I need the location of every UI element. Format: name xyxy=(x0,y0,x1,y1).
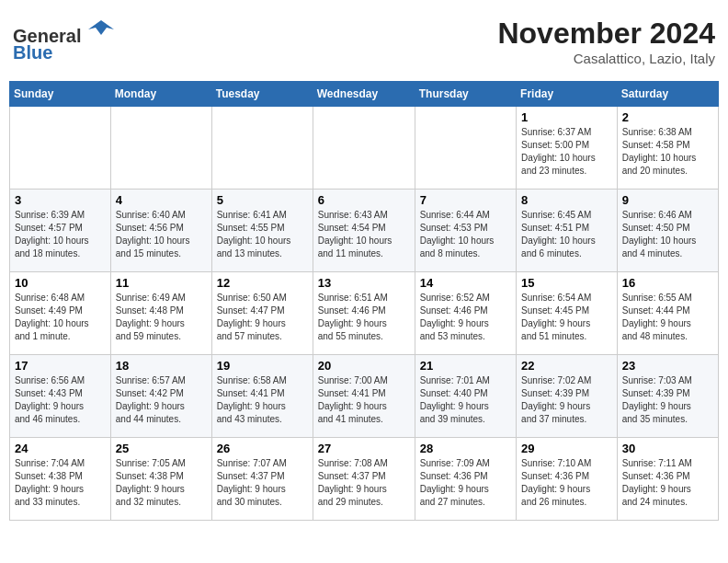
calendar-cell: 17Sunrise: 6:56 AM Sunset: 4:43 PM Dayli… xyxy=(10,355,111,438)
calendar-cell: 10Sunrise: 6:48 AM Sunset: 4:49 PM Dayli… xyxy=(10,272,111,355)
day-info: Sunrise: 7:04 AM Sunset: 4:38 PM Dayligh… xyxy=(15,457,106,509)
logo: General Blue xyxy=(13,17,114,63)
calendar-cell: 2Sunrise: 6:38 AM Sunset: 4:58 PM Daylig… xyxy=(617,107,718,190)
day-info: Sunrise: 6:39 AM Sunset: 4:57 PM Dayligh… xyxy=(15,209,106,260)
day-number: 29 xyxy=(521,442,612,455)
calendar-cell: 25Sunrise: 7:05 AM Sunset: 4:38 PM Dayli… xyxy=(110,438,211,521)
day-info: Sunrise: 7:02 AM Sunset: 4:39 PM Dayligh… xyxy=(521,374,612,426)
day-info: Sunrise: 6:38 AM Sunset: 4:58 PM Dayligh… xyxy=(622,126,713,178)
day-number: 28 xyxy=(420,442,511,455)
month-title: November 2024 xyxy=(497,17,715,51)
weekday-header-wednesday: Wednesday xyxy=(313,82,415,107)
calendar-cell: 8Sunrise: 6:45 AM Sunset: 4:51 PM Daylig… xyxy=(517,190,618,272)
location: Casalattico, Lazio, Italy xyxy=(497,51,715,66)
calendar-cell: 23Sunrise: 7:03 AM Sunset: 4:39 PM Dayli… xyxy=(617,355,718,438)
day-info: Sunrise: 6:41 AM Sunset: 4:55 PM Dayligh… xyxy=(217,209,308,260)
day-number: 4 xyxy=(116,193,207,207)
calendar-cell: 4Sunrise: 6:40 AM Sunset: 4:56 PM Daylig… xyxy=(110,190,211,272)
day-number: 5 xyxy=(217,193,308,207)
day-info: Sunrise: 6:45 AM Sunset: 4:51 PM Dayligh… xyxy=(521,209,612,260)
week-row-2: 3Sunrise: 6:39 AM Sunset: 4:57 PM Daylig… xyxy=(10,190,719,272)
weekday-header-thursday: Thursday xyxy=(415,82,516,107)
day-number: 11 xyxy=(116,276,207,290)
day-info: Sunrise: 7:08 AM Sunset: 4:37 PM Dayligh… xyxy=(318,457,410,509)
day-number: 20 xyxy=(318,359,410,373)
day-number: 12 xyxy=(217,276,308,290)
day-number: 30 xyxy=(622,442,713,455)
day-number: 15 xyxy=(521,276,612,290)
day-number: 27 xyxy=(318,442,410,455)
calendar-table: SundayMondayTuesdayWednesdayThursdayFrid… xyxy=(9,81,719,521)
weekday-header-monday: Monday xyxy=(110,82,211,107)
day-info: Sunrise: 7:05 AM Sunset: 4:38 PM Dayligh… xyxy=(116,457,207,509)
page-header: General Blue November 2024 Casalattico, … xyxy=(9,9,719,74)
svg-marker-0 xyxy=(88,20,114,35)
day-info: Sunrise: 6:58 AM Sunset: 4:41 PM Dayligh… xyxy=(217,374,308,426)
day-info: Sunrise: 7:00 AM Sunset: 4:41 PM Dayligh… xyxy=(318,374,410,426)
day-number: 25 xyxy=(116,442,207,455)
day-number: 1 xyxy=(521,110,612,124)
calendar-cell: 21Sunrise: 7:01 AM Sunset: 4:40 PM Dayli… xyxy=(415,355,516,438)
day-info: Sunrise: 6:54 AM Sunset: 4:45 PM Dayligh… xyxy=(521,292,612,343)
calendar-cell: 24Sunrise: 7:04 AM Sunset: 4:38 PM Dayli… xyxy=(10,438,111,521)
day-number: 22 xyxy=(521,359,612,373)
day-number: 18 xyxy=(116,359,207,373)
day-info: Sunrise: 6:50 AM Sunset: 4:47 PM Dayligh… xyxy=(217,292,308,343)
day-number: 3 xyxy=(15,193,106,207)
calendar-cell xyxy=(110,107,211,190)
calendar-cell: 12Sunrise: 6:50 AM Sunset: 4:47 PM Dayli… xyxy=(211,272,313,355)
day-number: 19 xyxy=(217,359,308,373)
day-info: Sunrise: 7:10 AM Sunset: 4:36 PM Dayligh… xyxy=(521,457,612,509)
day-info: Sunrise: 6:52 AM Sunset: 4:46 PM Dayligh… xyxy=(420,292,511,343)
title-block: November 2024 Casalattico, Lazio, Italy xyxy=(497,17,715,66)
week-row-4: 17Sunrise: 6:56 AM Sunset: 4:43 PM Dayli… xyxy=(10,355,719,438)
day-info: Sunrise: 7:11 AM Sunset: 4:36 PM Dayligh… xyxy=(622,457,713,509)
day-info: Sunrise: 6:51 AM Sunset: 4:46 PM Dayligh… xyxy=(318,292,410,343)
calendar-cell: 3Sunrise: 6:39 AM Sunset: 4:57 PM Daylig… xyxy=(10,190,111,272)
day-number: 16 xyxy=(622,276,713,290)
weekday-header-sunday: Sunday xyxy=(10,82,111,107)
weekday-header-friday: Friday xyxy=(517,82,618,107)
day-number: 21 xyxy=(420,359,511,373)
calendar-cell xyxy=(10,107,111,190)
weekday-header-saturday: Saturday xyxy=(617,82,718,107)
calendar-cell: 26Sunrise: 7:07 AM Sunset: 4:37 PM Dayli… xyxy=(211,438,313,521)
day-info: Sunrise: 6:44 AM Sunset: 4:53 PM Dayligh… xyxy=(420,209,511,260)
calendar-cell: 28Sunrise: 7:09 AM Sunset: 4:36 PM Dayli… xyxy=(415,438,516,521)
day-number: 8 xyxy=(521,193,612,207)
day-number: 14 xyxy=(420,276,511,290)
week-row-3: 10Sunrise: 6:48 AM Sunset: 4:49 PM Dayli… xyxy=(10,272,719,355)
calendar-cell: 20Sunrise: 7:00 AM Sunset: 4:41 PM Dayli… xyxy=(313,355,415,438)
week-row-1: 1Sunrise: 6:37 AM Sunset: 5:00 PM Daylig… xyxy=(10,107,719,190)
calendar-cell: 19Sunrise: 6:58 AM Sunset: 4:41 PM Dayli… xyxy=(211,355,313,438)
day-info: Sunrise: 6:48 AM Sunset: 4:49 PM Dayligh… xyxy=(15,292,106,343)
calendar-cell: 7Sunrise: 6:44 AM Sunset: 4:53 PM Daylig… xyxy=(415,190,516,272)
calendar-cell: 6Sunrise: 6:43 AM Sunset: 4:54 PM Daylig… xyxy=(313,190,415,272)
calendar-cell: 16Sunrise: 6:55 AM Sunset: 4:44 PM Dayli… xyxy=(617,272,718,355)
day-number: 2 xyxy=(622,110,713,124)
day-info: Sunrise: 7:03 AM Sunset: 4:39 PM Dayligh… xyxy=(622,374,713,426)
day-info: Sunrise: 6:46 AM Sunset: 4:50 PM Dayligh… xyxy=(622,209,713,260)
calendar-cell: 29Sunrise: 7:10 AM Sunset: 4:36 PM Dayli… xyxy=(517,438,618,521)
calendar-cell: 1Sunrise: 6:37 AM Sunset: 5:00 PM Daylig… xyxy=(517,107,618,190)
week-row-5: 24Sunrise: 7:04 AM Sunset: 4:38 PM Dayli… xyxy=(10,438,719,521)
day-number: 17 xyxy=(15,359,106,373)
logo-bird-icon xyxy=(88,17,114,42)
day-number: 10 xyxy=(15,276,106,290)
day-info: Sunrise: 7:01 AM Sunset: 4:40 PM Dayligh… xyxy=(420,374,511,426)
weekday-header-tuesday: Tuesday xyxy=(211,82,313,107)
calendar-cell: 5Sunrise: 6:41 AM Sunset: 4:55 PM Daylig… xyxy=(211,190,313,272)
calendar-cell: 9Sunrise: 6:46 AM Sunset: 4:50 PM Daylig… xyxy=(617,190,718,272)
calendar-cell: 30Sunrise: 7:11 AM Sunset: 4:36 PM Dayli… xyxy=(617,438,718,521)
day-number: 24 xyxy=(15,442,106,455)
day-number: 23 xyxy=(622,359,713,373)
calendar-cell: 27Sunrise: 7:08 AM Sunset: 4:37 PM Dayli… xyxy=(313,438,415,521)
calendar-cell: 18Sunrise: 6:57 AM Sunset: 4:42 PM Dayli… xyxy=(110,355,211,438)
day-number: 13 xyxy=(318,276,410,290)
day-info: Sunrise: 6:57 AM Sunset: 4:42 PM Dayligh… xyxy=(116,374,207,426)
calendar-cell: 15Sunrise: 6:54 AM Sunset: 4:45 PM Dayli… xyxy=(517,272,618,355)
calendar-cell xyxy=(415,107,516,190)
calendar-cell: 11Sunrise: 6:49 AM Sunset: 4:48 PM Dayli… xyxy=(110,272,211,355)
day-number: 6 xyxy=(318,193,410,207)
day-info: Sunrise: 6:55 AM Sunset: 4:44 PM Dayligh… xyxy=(622,292,713,343)
